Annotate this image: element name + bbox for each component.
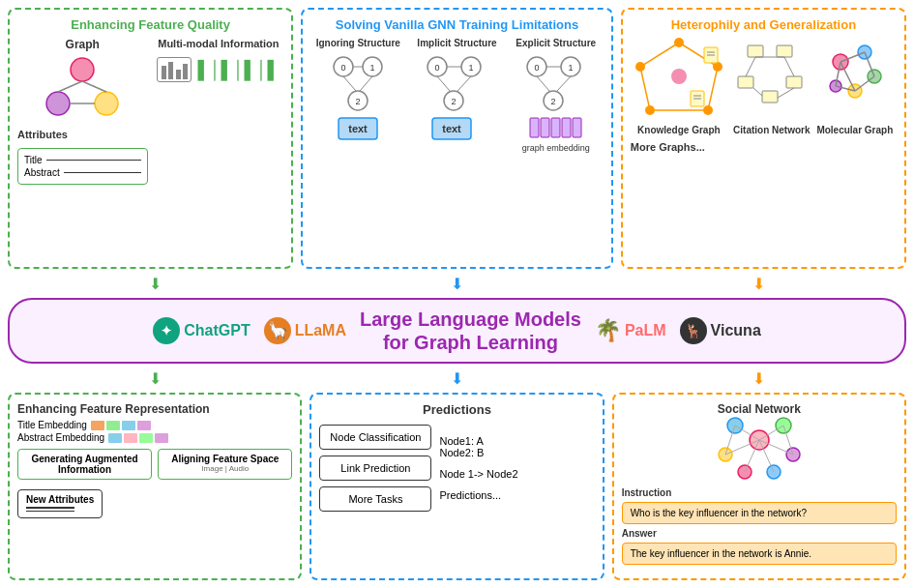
llama-label: LLaMA [295, 322, 346, 339]
main-container: Enhancing Feature Quality Graph [0, 0, 914, 588]
svg-point-0 [71, 58, 94, 81]
aligning-sub: Image | Audio [164, 464, 285, 473]
kg-area: Knowledge Graph [631, 38, 897, 172]
panel-heterophily: Heterophily and Generalization [621, 8, 906, 269]
svg-rect-38 [541, 118, 549, 137]
panel1-title: Enhancing Feature Quality [17, 17, 283, 32]
gnn-col-explicit: Explicit Structure 0 1 2 [509, 38, 604, 231]
abstract-attr: Abstract [24, 167, 141, 178]
arrow-row-2: ⬇ ⬇ ⬇ [8, 369, 906, 387]
attributes-label: Attributes [17, 129, 148, 140]
abstract-attr-label: Abstract [24, 167, 60, 178]
kg-section: Knowledge Graph [631, 38, 727, 135]
attributes-box: Title Abstract [17, 148, 148, 185]
svg-text:text: text [443, 123, 462, 134]
llm-banner: ✦ ChatGPT 🦙 LLaMA Large Language Models … [8, 298, 906, 364]
color-block-3 [122, 421, 135, 430]
bottom-panel-orange: Social Network [612, 393, 906, 580]
arrow-blue-1: ⬇ [310, 275, 604, 292]
more-graphs-section: More Graphs... [631, 141, 705, 172]
citation-label: Citation Network [733, 125, 810, 135]
arrow-green-2: ⬇ [8, 369, 302, 387]
svg-text:0: 0 [435, 63, 440, 73]
node-classification-box: Node Classification [319, 425, 431, 450]
graph-svg [17, 55, 148, 123]
llm-title-line2: for Graph Learning [360, 331, 581, 354]
output-list: Node1: A Node2: B Node 1-> Node2 Predict… [439, 425, 517, 512]
abs-block-4 [155, 433, 168, 443]
svg-line-13 [343, 76, 356, 91]
svg-line-25 [457, 76, 471, 91]
svg-point-45 [703, 105, 713, 115]
svg-text:0: 0 [534, 63, 539, 73]
gnn-graph1: 0 1 2 text [329, 52, 387, 149]
svg-text:text: text [348, 123, 368, 134]
svg-text:1: 1 [568, 63, 573, 73]
svg-line-60 [746, 57, 755, 76]
multimodal-label: Multi-modal Information [158, 38, 279, 49]
molecular-svg [816, 38, 894, 125]
svg-rect-55 [748, 45, 763, 57]
gnn-graph3: 0 1 2 [522, 52, 590, 149]
svg-line-61 [784, 57, 794, 76]
new-attr-box: New Attributes [17, 489, 103, 518]
svg-point-2 [95, 92, 118, 115]
generating-box: Generating Augmented Information [17, 449, 152, 480]
chatgpt-model: ✦ ChatGPT [153, 317, 250, 344]
more-tasks-label: More Tasks [348, 493, 402, 505]
svg-line-24 [437, 76, 450, 91]
arrow-row-1: ⬇ ⬇ ⬇ [8, 275, 906, 292]
svg-line-3 [58, 81, 82, 92]
color-block-2 [106, 421, 120, 430]
answer-text: The key influencer in the network is Ann… [631, 548, 811, 559]
instruction-text: Who is the key influencer in the network… [631, 508, 807, 518]
svg-line-4 [82, 81, 106, 92]
abs-block-3 [139, 433, 153, 443]
vicuna-model: 🦌 Vicuna [680, 317, 761, 344]
svg-line-72 [855, 76, 874, 91]
bottom-panel-blue: Predictions Node Classification Link Pre… [310, 393, 604, 580]
panel-gnn: Solving Vanilla GNN Training Limitations… [301, 8, 613, 269]
svg-rect-56 [777, 45, 792, 57]
kg-label: Knowledge Graph [637, 125, 721, 135]
vicuna-label: Vicuna [711, 322, 761, 339]
node1-output: Node1: A [439, 435, 517, 447]
chatgpt-icon: ✦ [153, 317, 180, 344]
graph-area: Graph Attributes [17, 38, 283, 231]
attr-line-1 [26, 507, 74, 509]
panel-enhancing-feature: Enhancing Feature Quality Graph [8, 8, 293, 269]
llm-title-line1: Large Language Models [360, 308, 581, 331]
chart-icon [157, 57, 192, 82]
attr-line-2 [26, 511, 74, 513]
instruction-box: Who is the key influencer in the network… [622, 502, 897, 524]
molecular-section: Molecular Graph [816, 38, 894, 135]
svg-rect-57 [738, 76, 753, 88]
color-block-4 [137, 421, 151, 430]
aligning-label: Aligning Feature Space [164, 454, 285, 464]
gnn-col1-title: Ignoring Structure [316, 38, 400, 48]
abstract-color-blocks [108, 433, 168, 443]
social-network-svg [622, 416, 897, 484]
bottom-row: Enhancing Feature Representation Title E… [8, 393, 906, 580]
predictions-title: Predictions [319, 402, 594, 417]
llm-title: Large Language Models for Graph Learning [360, 308, 581, 354]
abs-block-1 [108, 433, 122, 443]
node-classification-label: Node Classification [330, 431, 421, 443]
panel2-title: Solving Vanilla GNN Training Limitations [310, 17, 604, 32]
title-attr-label: Title [24, 155, 43, 165]
svg-line-63 [753, 88, 762, 96]
new-attr-section: New Attributes [17, 484, 292, 518]
svg-point-48 [671, 69, 687, 84]
citation-section: Citation Network [733, 38, 811, 135]
svg-point-46 [645, 105, 655, 115]
arrow-blue-2: ⬇ [310, 369, 604, 387]
arrow-orange-2: ⬇ [612, 369, 906, 387]
svg-line-36 [557, 76, 571, 91]
answer-label: Answer [622, 528, 897, 539]
task-list: Node Classification Link Prediction More… [319, 425, 431, 512]
top-row: Enhancing Feature Quality Graph [8, 8, 906, 269]
svg-rect-58 [762, 91, 778, 103]
graph-left: Graph Attributes [17, 38, 148, 185]
graph-illustration [39, 55, 126, 123]
wave-icon: ▌│▌│▌│▌ [197, 60, 280, 80]
